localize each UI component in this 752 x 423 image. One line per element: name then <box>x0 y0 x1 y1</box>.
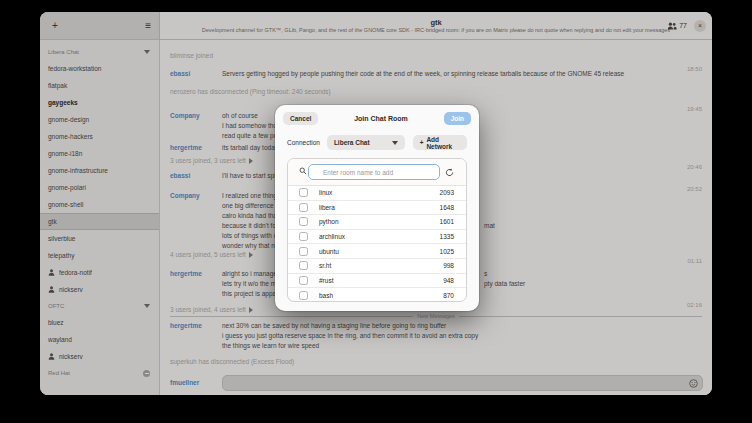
expand-triangle-icon <box>249 307 253 313</box>
sidebar-item-gaygeeks[interactable]: gaygeeks <box>40 94 159 111</box>
person-icon <box>48 353 55 360</box>
join-button[interactable]: Join <box>444 112 471 125</box>
chat-nick[interactable]: ebassi <box>170 172 190 179</box>
sidebar-item-gnome-design[interactable]: gnome-design <box>40 111 159 128</box>
header-bar: + ≡ gtk Development channel for GTK™, GL… <box>40 12 712 40</box>
chat-nick[interactable]: hergertme <box>170 144 202 151</box>
timestamp: 19:45 <box>687 106 702 112</box>
connection-value: Libera Chat <box>334 139 370 146</box>
room-list: linux 2093 libera 1648 python 1601 archl… <box>287 158 467 302</box>
add-room-button[interactable]: + <box>48 19 62 33</box>
room-row-sr-ht[interactable]: sr.ht 998 <box>288 259 466 274</box>
sidebar-item-gnome-i18n[interactable]: gnome-i18n <box>40 145 159 162</box>
status-expander[interactable]: 3 users joined, 3 users left <box>170 157 253 164</box>
hamburger-menu-icon[interactable]: ≡ <box>145 20 151 31</box>
chat-message: lets try it w/o the m <box>222 280 276 287</box>
sidebar-item-gnome-hackers[interactable]: gnome-hackers <box>40 128 159 145</box>
close-icon[interactable]: × <box>694 20 706 32</box>
chat-message: I realized one thing <box>222 192 277 199</box>
room-name: linux <box>319 189 332 196</box>
chat-message: this project is appar <box>222 290 278 297</box>
refresh-icon[interactable] <box>440 164 458 180</box>
chat-nick[interactable]: Company <box>170 192 200 199</box>
room-checkbox[interactable] <box>299 203 308 212</box>
chat-nick[interactable]: Company <box>170 112 200 119</box>
room-checkbox[interactable] <box>299 247 308 256</box>
chat-message: I had somehow tho <box>222 122 277 129</box>
sidebar-item-fedora-workstation[interactable]: fedora-workstation <box>40 60 159 77</box>
chat-message: oh of course <box>222 112 258 119</box>
person-icon <box>48 286 55 293</box>
add-network-label: Add Network <box>426 136 460 150</box>
status-text: 4 users joined, 5 users left <box>170 251 246 258</box>
room-label: flatpak <box>48 82 67 89</box>
chat-message: its tarball day toda <box>222 144 275 151</box>
chat-message-fragment: pty data faster <box>484 280 525 287</box>
sidebar-item-flatpak[interactable]: flatpak <box>40 77 159 94</box>
users-icon <box>667 22 677 30</box>
room-checkbox[interactable] <box>299 291 308 300</box>
room-row-ubuntu[interactable]: ubuntu 1025 <box>288 244 466 259</box>
room-member-count: 1025 <box>440 248 454 255</box>
chat-nick[interactable]: hergertme <box>170 270 202 277</box>
cancel-button[interactable]: Cancel <box>283 112 318 125</box>
sidebar-item-nickserv-2[interactable]: nickserv <box>40 348 159 365</box>
sidebar-item-telepathy[interactable]: telepathy <box>40 247 159 264</box>
timestamp: 20:52 <box>687 186 702 192</box>
emoji-icon[interactable] <box>689 379 698 388</box>
member-list-button[interactable]: 77 <box>667 22 687 30</box>
chat-message: Servers getting hogged by people pushing… <box>222 70 624 77</box>
join-chat-room-dialog: Cancel Join Chat Room Join Connection Li… <box>275 105 479 311</box>
room-checkbox[interactable] <box>299 217 308 226</box>
room-name: libera <box>319 204 335 211</box>
room-member-count: 1601 <box>440 218 454 225</box>
sidebar-item-wayland[interactable]: wayland <box>40 331 159 348</box>
room-label: wayland <box>48 336 72 343</box>
sidebar-item-gnome-shell[interactable]: gnome-shell <box>40 196 159 213</box>
chat-message: next 30% can be saved by not having a st… <box>222 322 446 329</box>
room-row-python[interactable]: python 1601 <box>288 215 466 230</box>
sidebar-item-fedora-notif[interactable]: fedora-notif <box>40 264 159 281</box>
connection-dropdown[interactable]: Libera Chat <box>327 135 405 150</box>
room-row-linux[interactable]: linux 2093 <box>288 186 466 201</box>
room-checkbox[interactable] <box>299 276 308 285</box>
sidebar-item-silverblue[interactable]: silverblue <box>40 230 159 247</box>
room-checkbox[interactable] <box>299 261 308 270</box>
room-member-count: 870 <box>443 292 454 299</box>
network-label: Red Hat <box>48 370 70 376</box>
room-row-rust[interactable]: #rust 948 <box>288 274 466 289</box>
network-label: Libera Chat <box>48 49 79 55</box>
add-network-button[interactable]: + Add Network <box>413 135 467 150</box>
sidebar-item-gnome-polari[interactable]: gnome-polari <box>40 179 159 196</box>
message-input[interactable] <box>222 375 703 391</box>
chat-message: because it didn't fo <box>222 222 276 229</box>
chat-nick[interactable]: ebassi <box>170 70 190 77</box>
room-search-input[interactable] <box>308 164 440 180</box>
network-header-oftc[interactable]: OFTC <box>40 298 159 314</box>
status-expander[interactable]: 4 users joined, 5 users left <box>170 251 253 258</box>
dialog-title: Join Chat Room <box>354 115 408 122</box>
room-label: nickserv <box>59 286 83 293</box>
status-expander[interactable]: 3 users joined, 4 users left <box>170 306 253 313</box>
sidebar-item-bluez[interactable]: bluez <box>40 314 159 331</box>
network-header-redhat[interactable]: Red Hat <box>40 365 159 381</box>
room-checkbox[interactable] <box>299 188 308 197</box>
chat-message: the things we learn for wire speed <box>222 342 319 349</box>
network-header-libera[interactable]: Libera Chat <box>40 44 159 60</box>
room-topic: Development channel for GTK™, GLib, Pang… <box>202 27 670 34</box>
room-row-bash[interactable]: bash 870 <box>288 288 466 302</box>
chat-message: cairo kinda had that <box>222 212 279 219</box>
room-checkbox[interactable] <box>299 232 308 241</box>
chat-message: alright so i manage <box>222 270 277 277</box>
room-row-archlinux[interactable]: archlinux 1335 <box>288 230 466 245</box>
status-text: 3 users joined, 3 users left <box>170 157 246 164</box>
search-icon <box>299 167 307 175</box>
chat-nick[interactable]: hergertme <box>170 322 202 329</box>
sidebar-item-gnome-infrastructure[interactable]: gnome-infrastructure <box>40 162 159 179</box>
connection-row: Connection Libera Chat + Add Network <box>287 135 467 150</box>
timestamp: 20:46 <box>687 164 702 170</box>
sidebar-item-nickserv[interactable]: nickserv <box>40 281 159 298</box>
own-nick[interactable]: fmuellner <box>170 379 199 386</box>
room-row-libera[interactable]: libera 1648 <box>288 201 466 216</box>
sidebar-item-gtk[interactable]: gtk <box>40 213 159 230</box>
